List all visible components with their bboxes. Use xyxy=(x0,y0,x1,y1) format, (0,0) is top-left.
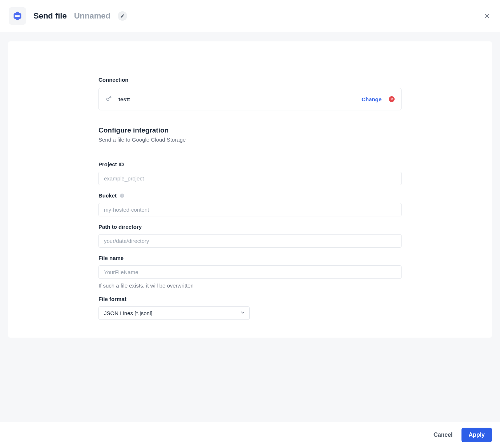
bucket-label-text: Bucket xyxy=(98,192,117,199)
format-select[interactable] xyxy=(98,306,250,320)
svg-rect-1 xyxy=(15,15,20,16)
cancel-button[interactable]: Cancel xyxy=(433,429,453,441)
integration-desc: Send a file to Google Cloud Storage xyxy=(98,137,402,143)
edit-name-button[interactable] xyxy=(118,11,127,21)
info-icon[interactable] xyxy=(120,193,125,198)
connection-right: Change xyxy=(362,96,395,102)
key-icon xyxy=(105,95,113,103)
project-id-label: Project ID xyxy=(98,161,402,167)
format-label: File format xyxy=(98,296,402,302)
page-body: Connection testt Change xyxy=(0,32,500,448)
filename-label: File name xyxy=(98,255,402,261)
change-connection-link[interactable]: Change xyxy=(362,96,382,102)
format-select-wrap xyxy=(98,306,250,320)
gcs-hexagon-icon xyxy=(12,11,23,21)
header-left: Send file Unnamed xyxy=(9,7,127,25)
pencil-icon xyxy=(120,14,125,18)
field-path: Path to directory xyxy=(98,224,402,248)
field-project-id: Project ID xyxy=(98,161,402,185)
footer: Cancel Apply xyxy=(0,421,500,448)
main-panel: Connection testt Change xyxy=(8,41,492,338)
app-icon xyxy=(9,7,26,25)
field-format: File format xyxy=(98,296,402,320)
path-input[interactable] xyxy=(98,234,402,248)
integration-title: Configure integration xyxy=(98,126,402,134)
project-id-input[interactable] xyxy=(98,172,402,185)
bucket-label: Bucket xyxy=(98,192,402,199)
field-filename: File name If such a file exists, it will… xyxy=(98,255,402,289)
close-icon xyxy=(390,98,393,101)
path-label: Path to directory xyxy=(98,224,402,230)
connection-box: testt Change xyxy=(98,88,402,110)
page-title: Send file xyxy=(33,11,67,21)
divider xyxy=(98,151,402,151)
svg-rect-5 xyxy=(122,195,122,196)
apply-button[interactable]: Apply xyxy=(461,428,492,442)
form-container: Connection testt Change xyxy=(98,77,402,320)
remove-connection-button[interactable] xyxy=(389,96,395,102)
svg-rect-2 xyxy=(15,16,20,17)
connection-left: testt xyxy=(105,95,130,103)
page-subtitle: Unnamed xyxy=(74,11,110,21)
connection-name: testt xyxy=(118,96,130,102)
svg-marker-0 xyxy=(14,12,21,20)
bucket-input[interactable] xyxy=(98,203,402,216)
filename-help: If such a file exists, it will be overwr… xyxy=(98,282,402,289)
connection-heading: Connection xyxy=(98,77,402,83)
close-button[interactable] xyxy=(483,12,491,20)
page-header: Send file Unnamed xyxy=(0,0,500,32)
field-bucket: Bucket xyxy=(98,192,402,216)
close-icon xyxy=(484,13,490,19)
svg-point-6 xyxy=(122,194,122,195)
filename-input[interactable] xyxy=(98,265,402,279)
